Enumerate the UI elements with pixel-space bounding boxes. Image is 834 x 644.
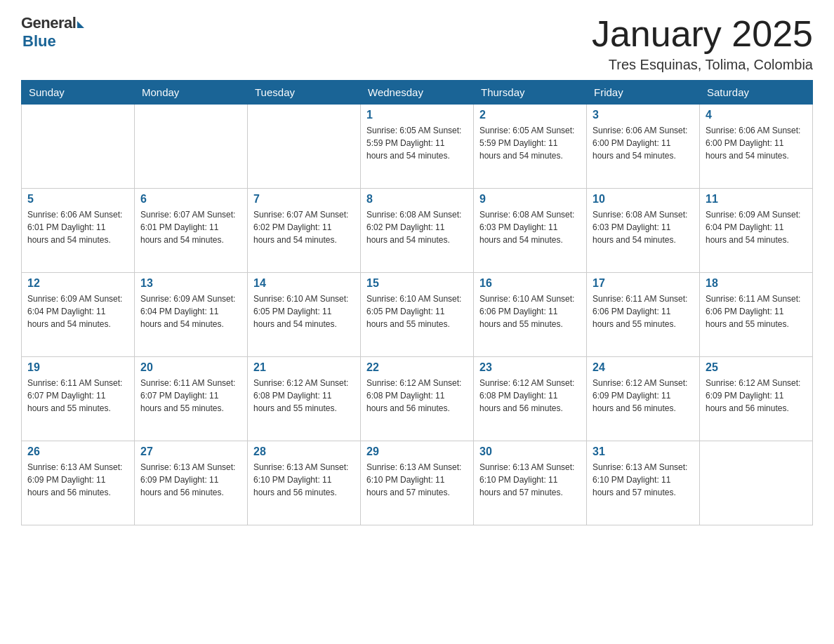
logo-arrow-icon (77, 21, 84, 28)
day-number: 26 (27, 445, 128, 458)
day-info: Sunrise: 6:09 AM Sunset: 6:04 PM Dayligh… (27, 293, 128, 330)
day-number: 29 (366, 445, 468, 458)
calendar-cell: 14Sunrise: 6:10 AM Sunset: 6:05 PM Dayli… (248, 273, 361, 357)
calendar-cell: 24Sunrise: 6:12 AM Sunset: 6:09 PM Dayli… (587, 357, 700, 441)
calendar-cell: 18Sunrise: 6:11 AM Sunset: 6:06 PM Dayli… (700, 273, 813, 357)
calendar-cell: 20Sunrise: 6:11 AM Sunset: 6:07 PM Dayli… (135, 357, 248, 441)
calendar-cell: 11Sunrise: 6:09 AM Sunset: 6:04 PM Dayli… (700, 189, 813, 273)
day-number: 13 (140, 277, 241, 290)
day-number: 15 (366, 277, 468, 290)
day-info: Sunrise: 6:12 AM Sunset: 6:08 PM Dayligh… (253, 377, 355, 415)
day-info: Sunrise: 6:11 AM Sunset: 6:06 PM Dayligh… (706, 293, 807, 330)
day-info: Sunrise: 6:13 AM Sunset: 6:09 PM Dayligh… (140, 461, 241, 499)
day-info: Sunrise: 6:06 AM Sunset: 6:00 PM Dayligh… (593, 124, 694, 162)
calendar-header-row: SundayMondayTuesdayWednesdayThursdayFrid… (22, 81, 813, 105)
day-number: 17 (593, 277, 694, 290)
column-header-thursday: Thursday (474, 81, 587, 105)
day-number: 4 (706, 109, 807, 121)
calendar-week-4: 19Sunrise: 6:11 AM Sunset: 6:07 PM Dayli… (22, 357, 813, 441)
day-info: Sunrise: 6:08 AM Sunset: 6:02 PM Dayligh… (366, 208, 468, 246)
calendar-cell: 6Sunrise: 6:07 AM Sunset: 6:01 PM Daylig… (135, 189, 248, 273)
calendar-cell: 21Sunrise: 6:12 AM Sunset: 6:08 PM Dayli… (248, 357, 361, 441)
calendar-cell: 9Sunrise: 6:08 AM Sunset: 6:03 PM Daylig… (474, 189, 587, 273)
calendar-cell (22, 105, 135, 189)
logo-blue-text: Blue (22, 32, 56, 51)
day-info: Sunrise: 6:13 AM Sunset: 6:10 PM Dayligh… (479, 461, 581, 499)
column-header-saturday: Saturday (700, 81, 813, 105)
day-number: 11 (706, 193, 807, 206)
day-number: 12 (27, 277, 128, 290)
day-number: 31 (593, 445, 694, 458)
day-info: Sunrise: 6:12 AM Sunset: 6:09 PM Dayligh… (593, 377, 694, 415)
day-info: Sunrise: 6:10 AM Sunset: 6:05 PM Dayligh… (366, 293, 468, 330)
day-number: 3 (593, 109, 694, 121)
day-info: Sunrise: 6:06 AM Sunset: 6:01 PM Dayligh… (27, 208, 128, 246)
day-number: 6 (140, 193, 241, 206)
calendar-cell: 29Sunrise: 6:13 AM Sunset: 6:10 PM Dayli… (361, 441, 474, 525)
day-info: Sunrise: 6:07 AM Sunset: 6:01 PM Dayligh… (140, 208, 241, 246)
day-info: Sunrise: 6:11 AM Sunset: 6:06 PM Dayligh… (593, 293, 694, 330)
calendar-cell (248, 105, 361, 189)
calendar-cell: 28Sunrise: 6:13 AM Sunset: 6:10 PM Dayli… (248, 441, 361, 525)
day-info: Sunrise: 6:11 AM Sunset: 6:07 PM Dayligh… (140, 377, 241, 415)
calendar-cell: 26Sunrise: 6:13 AM Sunset: 6:09 PM Dayli… (22, 441, 135, 525)
calendar-cell: 1Sunrise: 6:05 AM Sunset: 5:59 PM Daylig… (361, 105, 474, 189)
day-info: Sunrise: 6:09 AM Sunset: 6:04 PM Dayligh… (140, 293, 241, 330)
calendar-cell: 4Sunrise: 6:06 AM Sunset: 6:00 PM Daylig… (700, 105, 813, 189)
day-info: Sunrise: 6:12 AM Sunset: 6:08 PM Dayligh… (479, 377, 581, 415)
calendar-cell: 27Sunrise: 6:13 AM Sunset: 6:09 PM Dayli… (135, 441, 248, 525)
day-info: Sunrise: 6:09 AM Sunset: 6:04 PM Dayligh… (706, 208, 807, 246)
day-info: Sunrise: 6:10 AM Sunset: 6:05 PM Dayligh… (253, 293, 355, 330)
calendar-cell (135, 105, 248, 189)
calendar-cell: 5Sunrise: 6:06 AM Sunset: 6:01 PM Daylig… (22, 189, 135, 273)
day-info: Sunrise: 6:13 AM Sunset: 6:09 PM Dayligh… (27, 461, 128, 499)
day-info: Sunrise: 6:12 AM Sunset: 6:09 PM Dayligh… (706, 377, 807, 415)
calendar-cell: 22Sunrise: 6:12 AM Sunset: 6:08 PM Dayli… (361, 357, 474, 441)
day-info: Sunrise: 6:13 AM Sunset: 6:10 PM Dayligh… (253, 461, 355, 499)
day-number: 23 (479, 361, 581, 374)
day-number: 1 (366, 109, 468, 121)
day-number: 27 (140, 445, 241, 458)
calendar-week-5: 26Sunrise: 6:13 AM Sunset: 6:09 PM Dayli… (22, 441, 813, 525)
calendar-cell: 8Sunrise: 6:08 AM Sunset: 6:02 PM Daylig… (361, 189, 474, 273)
day-info: Sunrise: 6:13 AM Sunset: 6:10 PM Dayligh… (593, 461, 694, 499)
day-number: 7 (253, 193, 355, 206)
day-info: Sunrise: 6:07 AM Sunset: 6:02 PM Dayligh… (253, 208, 355, 246)
day-number: 9 (479, 193, 581, 206)
day-info: Sunrise: 6:11 AM Sunset: 6:07 PM Dayligh… (27, 377, 128, 415)
day-number: 5 (27, 193, 128, 206)
calendar-cell: 16Sunrise: 6:10 AM Sunset: 6:06 PM Dayli… (474, 273, 587, 357)
calendar-cell: 13Sunrise: 6:09 AM Sunset: 6:04 PM Dayli… (135, 273, 248, 357)
calendar-week-3: 12Sunrise: 6:09 AM Sunset: 6:04 PM Dayli… (22, 273, 813, 357)
day-number: 2 (479, 109, 581, 121)
day-number: 30 (479, 445, 581, 458)
day-number: 8 (366, 193, 468, 206)
calendar-cell: 12Sunrise: 6:09 AM Sunset: 6:04 PM Dayli… (22, 273, 135, 357)
calendar-title: January 2025 (592, 14, 813, 54)
calendar-cell: 19Sunrise: 6:11 AM Sunset: 6:07 PM Dayli… (22, 357, 135, 441)
day-number: 19 (27, 361, 128, 374)
day-number: 16 (479, 277, 581, 290)
day-number: 22 (366, 361, 468, 374)
calendar-cell: 17Sunrise: 6:11 AM Sunset: 6:06 PM Dayli… (587, 273, 700, 357)
day-info: Sunrise: 6:12 AM Sunset: 6:08 PM Dayligh… (366, 377, 468, 415)
day-number: 21 (253, 361, 355, 374)
day-info: Sunrise: 6:08 AM Sunset: 6:03 PM Dayligh… (479, 208, 581, 246)
day-number: 10 (593, 193, 694, 206)
calendar-cell: 23Sunrise: 6:12 AM Sunset: 6:08 PM Dayli… (474, 357, 587, 441)
calendar-cell: 7Sunrise: 6:07 AM Sunset: 6:02 PM Daylig… (248, 189, 361, 273)
column-header-friday: Friday (587, 81, 700, 105)
day-info: Sunrise: 6:13 AM Sunset: 6:10 PM Dayligh… (366, 461, 468, 499)
day-number: 25 (706, 361, 807, 374)
day-info: Sunrise: 6:05 AM Sunset: 5:59 PM Dayligh… (366, 124, 468, 162)
logo: General Blue (21, 14, 84, 51)
calendar-cell: 30Sunrise: 6:13 AM Sunset: 6:10 PM Dayli… (474, 441, 587, 525)
day-number: 14 (253, 277, 355, 290)
calendar-cell: 31Sunrise: 6:13 AM Sunset: 6:10 PM Dayli… (587, 441, 700, 525)
calendar-location: Tres Esquinas, Tolima, Colombia (592, 57, 813, 73)
calendar-cell: 2Sunrise: 6:05 AM Sunset: 5:59 PM Daylig… (474, 105, 587, 189)
day-info: Sunrise: 6:08 AM Sunset: 6:03 PM Dayligh… (593, 208, 694, 246)
page-header: General Blue January 2025 Tres Esquinas,… (21, 14, 813, 73)
calendar-cell: 25Sunrise: 6:12 AM Sunset: 6:09 PM Dayli… (700, 357, 813, 441)
logo-general-text: General (21, 14, 76, 32)
